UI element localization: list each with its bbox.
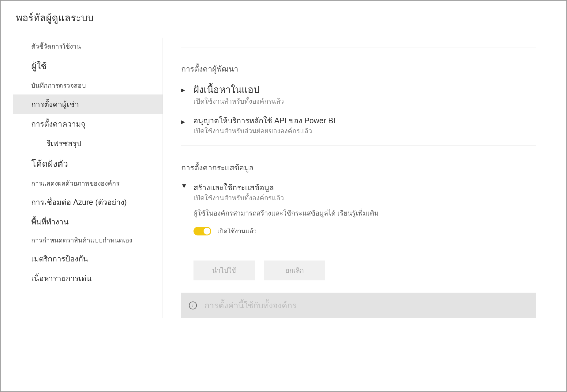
sidebar-item-custom-branding[interactable]: การกำหนดตราสินค้าแบบกำหนดเอง bbox=[13, 231, 163, 249]
sidebar: ตัวชี้วัดการใช้งาน ผู้ใช้ บันทึกการตรวจส… bbox=[13, 38, 163, 318]
expand-content: ฝังเนื้อหาในแอป เปิดใช้งานสำหรับทั้งองค์… bbox=[193, 84, 536, 107]
info-banner-text: การตั้งค่านี้ใช้กับทั้งองค์กร bbox=[205, 299, 297, 312]
sidebar-item-capacity-settings[interactable]: การตั้งค่าความจุ bbox=[13, 114, 163, 134]
setting-title: ฝังเนื้อหาในแอป bbox=[193, 84, 536, 95]
sidebar-item-usage-metrics[interactable]: ตัวชี้วัดการใช้งาน bbox=[13, 38, 163, 55]
setting-subtitle: เปิดใช้งานสำหรับทั้งองค์กรแล้ว bbox=[193, 193, 536, 203]
main-container: ตัวชี้วัดการใช้งาน ผู้ใช้ บันทึกการตรวจส… bbox=[1, 31, 566, 324]
info-banner: i การตั้งค่านี้ใช้กับทั้งองค์กร bbox=[181, 293, 536, 318]
sidebar-item-featured-content[interactable]: เนื้อหารายการเด่น bbox=[13, 268, 163, 288]
setting-title: อนุญาตให้บริการหลักใช้ API ของ Power BI bbox=[193, 116, 536, 125]
toggle-row: เปิดใช้งานแล้ว bbox=[193, 226, 536, 236]
page-title: พอร์ทัลผู้ดูแลระบบ bbox=[16, 10, 551, 25]
sidebar-item-embed-codes[interactable]: โค้ดฝังตัว bbox=[13, 153, 163, 175]
dataflow-settings-heading: การตั้งค่ากระแสข้อมูล bbox=[181, 161, 536, 174]
setting-description: ผู้ใช้ในองค์กรสามารถสร้างและใช้กระแสข้อม… bbox=[193, 208, 536, 219]
setting-subtitle: เปิดใช้งานสำหรับทั้งองค์กรแล้ว bbox=[193, 96, 536, 107]
button-row: นำไปใช้ ยกเลิก bbox=[193, 261, 536, 280]
sidebar-item-users[interactable]: ผู้ใช้ bbox=[13, 55, 163, 77]
expand-content: อนุญาตให้บริการหลักใช้ API ของ Power BI … bbox=[193, 116, 536, 136]
apply-button[interactable]: นำไปใช้ bbox=[193, 261, 255, 280]
expand-content: สร้างและใช้กระแสข้อมูล เปิดใช้งานสำหรับท… bbox=[193, 183, 536, 236]
setting-title: สร้างและใช้กระแสข้อมูล bbox=[193, 183, 536, 192]
setting-service-principal-api[interactable]: ▶ อนุญาตให้บริการหลักใช้ API ของ Power B… bbox=[181, 116, 536, 136]
sidebar-item-audit-logs[interactable]: บันทึกการตรวจสอบ bbox=[13, 77, 163, 94]
sidebar-item-protection-metrics[interactable]: เมตริกการป้องกัน bbox=[13, 249, 163, 268]
learn-more-link[interactable]: เรียนรู้เพิ่มเติม bbox=[337, 209, 379, 217]
header: พอร์ทัลผู้ดูแลระบบ bbox=[1, 1, 566, 31]
divider bbox=[181, 47, 536, 47]
setting-subtitle: เปิดใช้งานสำหรับส่วนย่อยขององค์กรแล้ว bbox=[193, 126, 536, 136]
sidebar-item-workspaces[interactable]: พื้นที่ทำงาน bbox=[13, 212, 163, 231]
setting-create-use-dataflows[interactable]: ▶ สร้างและใช้กระแสข้อมูล เปิดใช้งานสำหรั… bbox=[181, 183, 536, 236]
expand-right-icon: ▶ bbox=[181, 119, 187, 125]
sidebar-item-azure-connections[interactable]: การเชื่อมต่อ Azure (ตัวอย่าง) bbox=[13, 192, 163, 212]
content-area: การตั้งค่าผู้พัฒนา ▶ ฝังเนื้อหาในแอป เปิ… bbox=[163, 38, 554, 318]
info-icon: i bbox=[189, 301, 197, 309]
sidebar-item-tenant-settings[interactable]: การตั้งค่าผู้เช่า bbox=[13, 94, 163, 114]
toggle-knob bbox=[204, 228, 210, 235]
expand-down-icon: ▶ bbox=[182, 184, 187, 190]
setting-embed-content[interactable]: ▶ ฝังเนื้อหาในแอป เปิดใช้งานสำหรับทั้งอง… bbox=[181, 84, 536, 107]
expand-right-icon: ▶ bbox=[181, 87, 187, 93]
cancel-button[interactable]: ยกเลิก bbox=[264, 261, 325, 280]
toggle-label: เปิดใช้งานแล้ว bbox=[217, 226, 257, 236]
developer-settings-heading: การตั้งค่าผู้พัฒนา bbox=[181, 63, 536, 75]
sidebar-item-org-visuals[interactable]: การแสดงผลด้วยภาพขององค์กร bbox=[13, 175, 163, 192]
divider bbox=[181, 146, 536, 146]
sidebar-item-refresh-summary[interactable]: รีเฟรชสรุป bbox=[13, 134, 163, 153]
enabled-toggle[interactable] bbox=[193, 227, 211, 235]
